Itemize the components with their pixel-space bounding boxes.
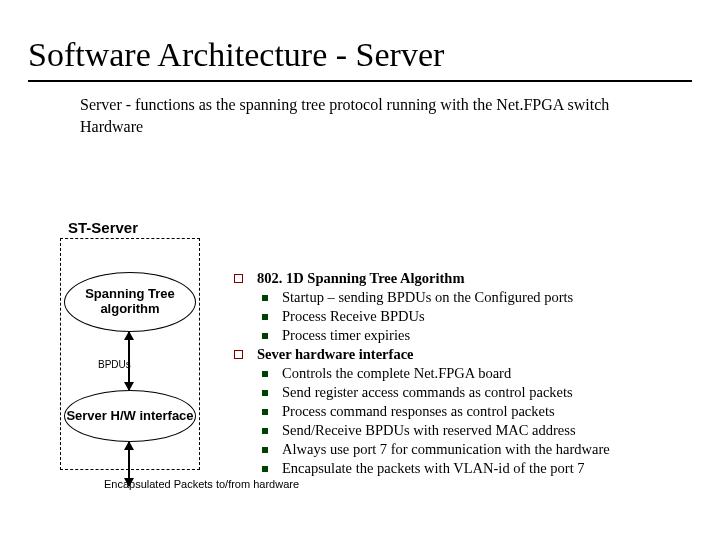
- filled-bullet-icon: [262, 447, 268, 453]
- filled-bullet-icon: [262, 333, 268, 339]
- section-heading: Sever hardware interface: [234, 346, 700, 363]
- list-item: Process timer expiries: [234, 327, 700, 344]
- list-item: Send register access commands as control…: [234, 384, 700, 401]
- item-text: Encapsulate the packets with VLAN-id of …: [282, 460, 585, 477]
- item-text: Startup – sending BPDUs on the Configure…: [282, 289, 573, 306]
- encapsulated-label: Encapsulated Packets to/from hardware: [104, 478, 299, 491]
- item-text: Send register access commands as control…: [282, 384, 573, 401]
- list-item: Controls the complete Net.FPGA board: [234, 365, 700, 382]
- square-bullet-icon: [234, 350, 243, 359]
- heading-text: 802. 1D Spanning Tree Algorithm: [257, 270, 464, 287]
- bpdu-label: BPDUs: [98, 359, 131, 370]
- item-text: Process timer expiries: [282, 327, 410, 344]
- list-item: Encapsulate the packets with VLAN-id of …: [234, 460, 700, 477]
- square-bullet-icon: [234, 274, 243, 283]
- filled-bullet-icon: [262, 295, 268, 301]
- subtitle-rest: - functions as the spanning tree protoco…: [80, 96, 609, 135]
- heading-text: Sever hardware interface: [257, 346, 414, 363]
- item-text: Controls the complete Net.FPGA board: [282, 365, 511, 382]
- st-server-label: ST-Server: [68, 219, 138, 236]
- list-item: Process command responses as control pac…: [234, 403, 700, 420]
- filled-bullet-icon: [262, 466, 268, 472]
- item-text: Process Receive BPDUs: [282, 308, 425, 325]
- item-text: Process command responses as control pac…: [282, 403, 555, 420]
- filled-bullet-icon: [262, 428, 268, 434]
- filled-bullet-icon: [262, 409, 268, 415]
- slide-title: Software Architecture - Server: [0, 0, 720, 80]
- content-area: 802. 1D Spanning Tree Algorithm Startup …: [234, 270, 700, 479]
- title-rule: [28, 80, 692, 82]
- section-heading: 802. 1D Spanning Tree Algorithm: [234, 270, 700, 287]
- filled-bullet-icon: [262, 371, 268, 377]
- filled-bullet-icon: [262, 314, 268, 320]
- item-text: Always use port 7 for communication with…: [282, 441, 610, 458]
- list-item: Send/Receive BPDUs with reserved MAC add…: [234, 422, 700, 439]
- spanning-tree-oval: Spanning Tree algorithm: [64, 272, 196, 332]
- filled-bullet-icon: [262, 390, 268, 396]
- subtitle: Server - functions as the spanning tree …: [0, 94, 720, 137]
- server-hw-oval: Server H/W interface: [64, 390, 196, 442]
- list-item: Startup – sending BPDUs on the Configure…: [234, 289, 700, 306]
- item-text: Send/Receive BPDUs with reserved MAC add…: [282, 422, 576, 439]
- list-item: Always use port 7 for communication with…: [234, 441, 700, 458]
- list-item: Process Receive BPDUs: [234, 308, 700, 325]
- subtitle-lead: Server: [80, 96, 122, 113]
